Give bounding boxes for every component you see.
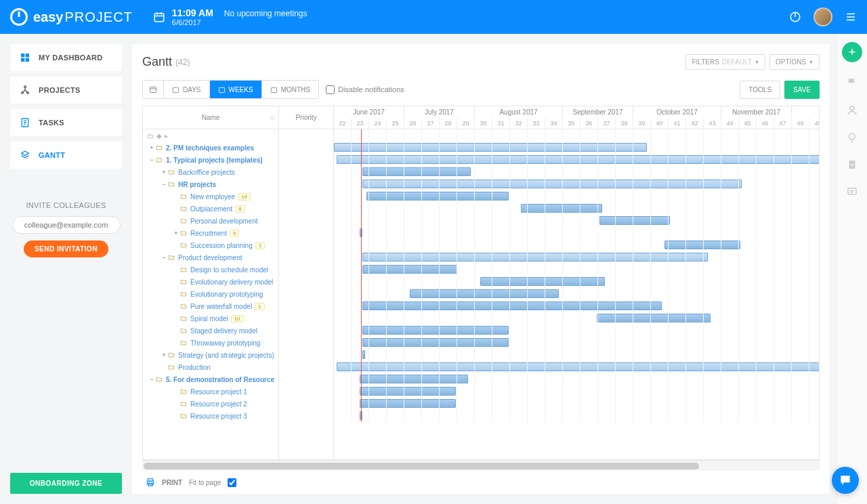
collapse-icon[interactable]: ◆ (156, 132, 162, 140)
folder-icon[interactable]: 🗀 (147, 132, 154, 140)
chat-icon[interactable] (846, 186, 858, 198)
options-dropdown[interactable]: OPTIONS ▼ (769, 54, 820, 70)
tree-label[interactable]: Design to schedule model (190, 266, 268, 274)
tree-label[interactable]: Production (178, 364, 211, 371)
bulb-icon[interactable] (846, 131, 858, 144)
add-button[interactable]: + (842, 42, 862, 62)
tree-label[interactable]: 2. PM techniques examples (166, 144, 254, 152)
person-icon[interactable] (846, 104, 858, 117)
tree-toggle[interactable]: + (173, 230, 179, 236)
tree-label[interactable]: Evolutionary prototyping (190, 291, 263, 298)
column-priority-header[interactable]: Priority (279, 106, 333, 129)
power-icon[interactable] (789, 11, 801, 23)
tree-label[interactable]: Staged delivery model (190, 327, 257, 335)
tree-row[interactable]: +2. PM techniques examples (143, 142, 278, 154)
flag-icon[interactable] (846, 77, 858, 89)
tree-label[interactable]: 1. Typical projects (templates) (166, 156, 263, 164)
tree-label[interactable]: Backoffice projects (178, 169, 235, 176)
tree-label[interactable]: Succession planning (190, 242, 253, 249)
tree-row[interactable]: Resource project 2 (143, 398, 278, 410)
tree-label[interactable]: 5. For demonstration of Resource (166, 376, 274, 383)
brand-logo[interactable]: easyPROJECT (10, 8, 133, 26)
tree-toggle[interactable]: + (161, 352, 167, 358)
sort-icon[interactable]: ◇ (270, 114, 274, 121)
user-avatar[interactable] (813, 7, 832, 26)
tree-toggle[interactable]: − (161, 181, 167, 188)
weeks-button[interactable]: WEEKS (210, 81, 262, 98)
tree-row[interactable]: −Product development (143, 251, 278, 264)
tree-label[interactable]: Evolutionary delivery model (190, 278, 273, 286)
tree-label[interactable]: Pure waterfall model (190, 303, 252, 310)
calendar-button[interactable] (143, 81, 164, 98)
tree-label[interactable]: Strategy (and strategic projects) (178, 352, 274, 359)
tree-row[interactable]: Succession planning1 (143, 239, 278, 251)
expand-icon[interactable]: ▸ (165, 132, 168, 140)
tree-row[interactable]: −1. Typical projects (templates) (143, 154, 278, 166)
send-invitation-button[interactable]: SEND INVITATION (24, 240, 108, 257)
months-button[interactable]: MONTHS (262, 81, 318, 98)
tree-row[interactable]: Production (143, 361, 278, 373)
tree-row[interactable]: Personal development (143, 215, 278, 227)
save-button[interactable]: SAVE (784, 81, 820, 99)
scroll-thumb[interactable] (144, 463, 699, 469)
tree-row[interactable]: −HR projects (143, 178, 278, 190)
nav-dashboard[interactable]: MY DASHBOARD (10, 44, 122, 71)
tree-row[interactable]: Design to schedule model (143, 264, 278, 276)
hamburger-icon[interactable] (845, 11, 857, 23)
tree-label[interactable]: Product development (178, 254, 242, 261)
tree-row[interactable]: Resource project 1 (143, 385, 278, 398)
tree-row[interactable]: New employee19 (143, 190, 278, 203)
timeline-week: 40 (651, 118, 669, 129)
tree-row[interactable]: Evolutionary prototyping (143, 288, 278, 300)
filters-dropdown[interactable]: FILTERS DEFAULT ▼ (685, 54, 765, 70)
tree-row[interactable]: Outplacement8 (143, 203, 278, 215)
tree-toggle[interactable]: − (161, 254, 167, 261)
grid-column (616, 129, 633, 422)
timeline-week: 23 (352, 118, 369, 129)
nav-gantt[interactable]: GANTT (10, 142, 122, 169)
tree-row[interactable]: Throwaway prototyping (143, 337, 278, 349)
tree-label[interactable]: Throwaway prototyping (190, 339, 260, 347)
tree-label[interactable]: Spiral model (190, 315, 228, 322)
svg-rect-5 (26, 58, 29, 62)
tools-button[interactable]: TOOLS (740, 81, 780, 99)
tree-label[interactable]: Recruitment (190, 230, 227, 237)
fit-to-page-checkbox[interactable] (228, 478, 236, 487)
tree-row[interactable]: +Backoffice projects (143, 166, 278, 178)
clipboard-check-icon[interactable] (846, 159, 858, 171)
tree-label[interactable]: Resource project 1 (190, 388, 247, 396)
onboarding-zone-button[interactable]: ONBOARDING ZONE (10, 473, 122, 494)
tree-label[interactable]: New employee (190, 193, 235, 201)
days-button[interactable]: DAYS (164, 81, 210, 98)
tree-row[interactable]: −5. For demonstration of Resource (143, 373, 278, 385)
print-icon[interactable] (146, 478, 155, 487)
checkbox-input[interactable] (326, 85, 335, 94)
tree-toggle[interactable]: − (148, 156, 155, 163)
chat-fab[interactable] (832, 467, 859, 494)
header-calendar[interactable]: 11:09 AM No upcoming meetings 6/6/2017 (153, 7, 308, 26)
horizontal-scrollbar[interactable] (142, 460, 820, 471)
tree-label[interactable]: HR projects (178, 181, 216, 188)
tree-label[interactable]: Personal development (190, 217, 258, 225)
tree-toggle[interactable]: − (148, 376, 155, 383)
tree-row[interactable]: Spiral model10 (143, 312, 278, 324)
timeline-month: October 2017 (633, 106, 721, 118)
tree-label[interactable]: Resource project 3 (190, 413, 247, 420)
tree-row[interactable]: Pure waterfall model1 (143, 300, 278, 312)
options-label: OPTIONS (776, 58, 806, 66)
print-button[interactable]: PRINT (162, 479, 182, 486)
tree-row[interactable]: Staged delivery model (143, 324, 278, 337)
tree-toggle[interactable]: + (148, 144, 155, 151)
tree-row[interactable]: +Recruitment9 (143, 227, 278, 239)
column-name-header[interactable]: Name ◇ (143, 106, 278, 129)
tree-row[interactable]: Resource project 3 (143, 410, 278, 422)
nav-projects[interactable]: PROJECTS (10, 77, 122, 104)
tree-label[interactable]: Resource project 2 (190, 400, 247, 408)
tree-label[interactable]: Outplacement (190, 205, 232, 213)
tree-row[interactable]: Evolutionary delivery model (143, 276, 278, 288)
invite-email-input[interactable] (12, 216, 121, 234)
nav-tasks[interactable]: TASKS (10, 109, 122, 136)
tree-row[interactable]: +Strategy (and strategic projects) (143, 349, 278, 361)
disable-notifications-checkbox[interactable]: Disable notifications (326, 85, 404, 94)
tree-toggle[interactable]: + (161, 169, 167, 175)
